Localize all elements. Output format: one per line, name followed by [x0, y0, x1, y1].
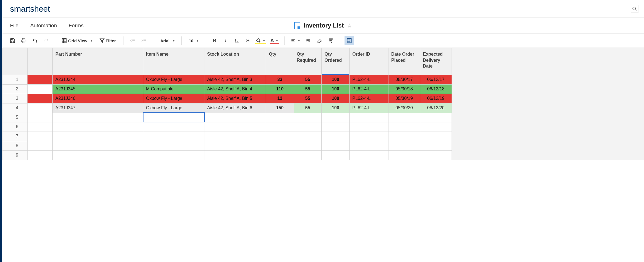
cell[interactable]: [143, 132, 204, 141]
sheet-title[interactable]: Inventory List: [304, 22, 344, 29]
row-number[interactable]: 4: [3, 103, 28, 113]
column-header[interactable]: Qty Required: [294, 48, 322, 75]
cell[interactable]: [294, 141, 322, 150]
cell[interactable]: [53, 122, 143, 132]
cell[interactable]: [53, 141, 143, 150]
cell[interactable]: 06/12/17: [420, 75, 452, 84]
cell[interactable]: [322, 113, 350, 122]
cell[interactable]: [294, 122, 322, 132]
cell[interactable]: [143, 141, 204, 150]
row-number[interactable]: 3: [3, 94, 28, 103]
cell[interactable]: [420, 141, 452, 150]
cell[interactable]: Aisle 42, Shelf A, Bin 3: [204, 75, 266, 84]
favorite-star-icon[interactable]: ☆: [347, 22, 352, 29]
cell[interactable]: Oxbow Fly - Large: [143, 75, 204, 84]
cell[interactable]: 06/12/20: [420, 103, 452, 113]
cell[interactable]: [204, 141, 266, 150]
cell[interactable]: 150: [266, 103, 294, 113]
menu-automation[interactable]: Automation: [30, 23, 57, 29]
cell[interactable]: PL62-4-L: [350, 84, 388, 94]
cell[interactable]: 06/12/19: [420, 94, 452, 103]
cell[interactable]: M Compatible: [143, 84, 204, 94]
cell[interactable]: [420, 150, 452, 160]
align-button[interactable]: ▼: [289, 36, 302, 45]
column-header[interactable]: Date Order Placed: [388, 48, 420, 75]
save-button[interactable]: [8, 36, 17, 45]
cell[interactable]: [388, 141, 420, 150]
cell[interactable]: [266, 132, 294, 141]
cell[interactable]: [53, 113, 143, 122]
font-size-select[interactable]: 10 ▼: [186, 36, 201, 45]
cell[interactable]: [53, 150, 143, 160]
indent-button[interactable]: [139, 36, 148, 45]
cell[interactable]: 33: [266, 75, 294, 84]
cell[interactable]: A231J346: [53, 94, 143, 103]
cell[interactable]: [350, 132, 388, 141]
cell[interactable]: 05/30/19: [388, 94, 420, 103]
cell[interactable]: [350, 113, 388, 122]
cell[interactable]: [204, 150, 266, 160]
cell[interactable]: 100: [322, 94, 350, 103]
column-header[interactable]: Item Name: [143, 48, 204, 75]
text-color-button[interactable]: A ▼: [269, 36, 280, 45]
bold-button[interactable]: B: [210, 36, 219, 45]
font-family-select[interactable]: Arial ▼: [158, 36, 177, 45]
clear-format-button[interactable]: [315, 36, 324, 45]
cell[interactable]: [322, 122, 350, 132]
cell[interactable]: 06/12/18: [420, 84, 452, 94]
menu-file[interactable]: File: [10, 23, 19, 29]
row-number[interactable]: 9: [3, 150, 28, 160]
format-painter-button[interactable]: [326, 36, 335, 45]
cell[interactable]: [350, 122, 388, 132]
cell[interactable]: 110: [266, 84, 294, 94]
cell[interactable]: [350, 150, 388, 160]
fill-color-button[interactable]: ▼: [254, 36, 267, 45]
cell[interactable]: A231J344: [53, 75, 143, 84]
cell[interactable]: [350, 141, 388, 150]
cell[interactable]: [266, 113, 294, 122]
cell[interactable]: [204, 132, 266, 141]
cell[interactable]: Aisle 42, Shelf A, Bin 6: [204, 103, 266, 113]
cell[interactable]: 12: [266, 94, 294, 103]
cell[interactable]: Oxbow Fly - Large: [143, 103, 204, 113]
cell[interactable]: PL62-4-L: [350, 103, 388, 113]
cell[interactable]: [388, 132, 420, 141]
cell[interactable]: 55: [294, 75, 322, 84]
cell[interactable]: [204, 113, 266, 122]
cell[interactable]: [388, 150, 420, 160]
cell[interactable]: [266, 122, 294, 132]
cell[interactable]: 100: [322, 103, 350, 113]
cell[interactable]: [204, 122, 266, 132]
cell[interactable]: [322, 150, 350, 160]
cell[interactable]: [420, 113, 452, 122]
italic-button[interactable]: I: [221, 36, 230, 45]
strikethrough-button[interactable]: S: [243, 36, 252, 45]
cell[interactable]: 05/30/18: [388, 84, 420, 94]
cell[interactable]: [388, 113, 420, 122]
cell[interactable]: A231J347: [53, 103, 143, 113]
wrap-text-button[interactable]: [304, 36, 313, 45]
cell[interactable]: [143, 150, 204, 160]
undo-button[interactable]: [30, 36, 39, 45]
cell[interactable]: 100: [322, 75, 350, 84]
cell[interactable]: [294, 132, 322, 141]
cell[interactable]: 05/30/20: [388, 103, 420, 113]
toggle-panel-button[interactable]: [345, 36, 354, 45]
print-button[interactable]: [19, 36, 28, 45]
cell[interactable]: [420, 132, 452, 141]
column-header[interactable]: Part Number: [53, 48, 143, 75]
cell[interactable]: 100: [322, 84, 350, 94]
cell[interactable]: 05/30/17: [388, 75, 420, 84]
row-number[interactable]: 2: [3, 84, 28, 94]
menu-forms[interactable]: Forms: [69, 23, 84, 29]
cell[interactable]: [143, 122, 204, 132]
row-number[interactable]: 6: [3, 122, 28, 132]
column-header[interactable]: Stock Location: [204, 48, 266, 75]
redo-button[interactable]: [41, 36, 51, 45]
search-button[interactable]: [631, 5, 638, 13]
cell[interactable]: 55: [294, 103, 322, 113]
column-header[interactable]: Qty Ordered: [322, 48, 350, 75]
cell[interactable]: [294, 113, 322, 122]
column-header[interactable]: Expected Delivery Date: [420, 48, 452, 75]
cell[interactable]: [266, 150, 294, 160]
